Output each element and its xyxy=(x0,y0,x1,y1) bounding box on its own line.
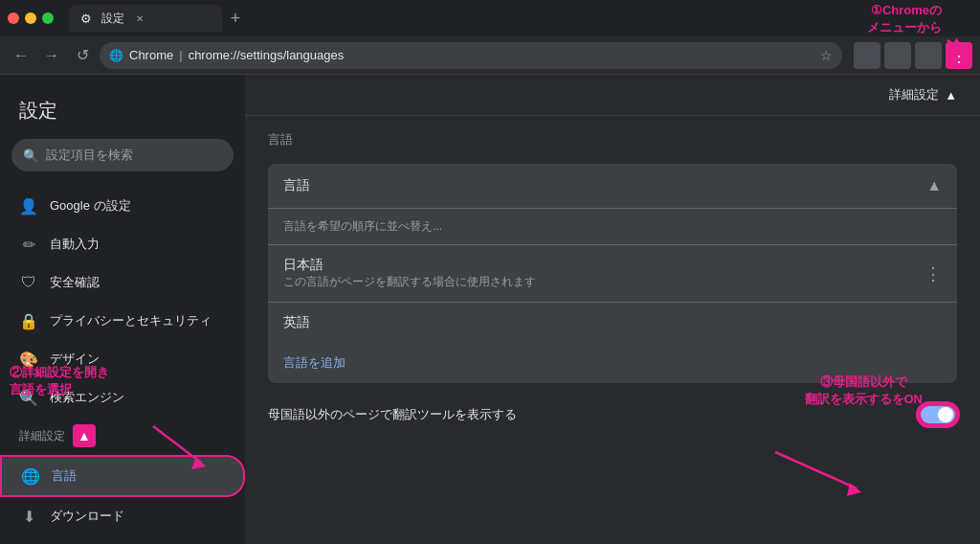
lock-icon: 🔒 xyxy=(19,311,38,330)
search-icon: 🔍 xyxy=(19,388,38,407)
language-name-ja: 日本語 xyxy=(283,257,536,274)
advanced-section-label: 詳細設定 xyxy=(19,428,65,444)
language-item-japanese: 日本語 この言語がページを翻訳する場合に使用されます ⋮ xyxy=(268,244,957,302)
sidebar-item-design[interactable]: 🎨 デザイン xyxy=(0,340,245,378)
globe-icon: 🌐 xyxy=(21,466,40,486)
add-language-label: 言語を追加 xyxy=(283,354,345,372)
advanced-section-toggle[interactable]: 詳細設定 ▲ xyxy=(245,75,980,116)
download-icon: ⬇ xyxy=(19,507,38,526)
bookmark-icon[interactable]: ☆ xyxy=(820,48,833,63)
settings-search-bar[interactable]: 🔍 設定項目を検索 xyxy=(11,139,234,171)
sidebar-item-autofill[interactable]: ✏ 自動入力 xyxy=(0,225,245,263)
tab-title: 設定 xyxy=(101,11,124,27)
add-language-button[interactable]: 言語を追加 xyxy=(268,343,957,383)
toolbar-icons xyxy=(854,42,942,69)
sidebar-item-privacy[interactable]: 🔒 プライバシーとセキュリティ xyxy=(0,302,245,340)
minimize-button[interactable] xyxy=(25,12,36,24)
extension-icon-3[interactable] xyxy=(915,42,942,69)
language-item-info-ja: 日本語 この言語がページを翻訳する場合に使用されます xyxy=(283,257,536,290)
sidebar-item-label: Google の設定 xyxy=(50,197,131,215)
language-card-title: 言語 xyxy=(283,177,310,194)
language-menu-button-ja[interactable]: ⋮ xyxy=(924,263,942,284)
tab-bar: ⚙ 設定 ✕ + xyxy=(61,5,972,32)
person-icon: 👤 xyxy=(19,196,38,215)
address-bar[interactable]: 🌐 Chrome | chrome://settings/languages ☆ xyxy=(100,42,842,69)
back-button[interactable]: ← xyxy=(8,42,34,69)
translation-label: 母国語以外のページで翻訳ツールを表示する xyxy=(268,406,517,423)
sidebar-item-label: ダウンロード xyxy=(50,508,124,525)
search-icon: 🔍 xyxy=(23,148,38,163)
sidebar-item-downloads[interactable]: ⬇ ダウンロード xyxy=(0,497,245,535)
language-card: 言語 ▲ 言語を希望の順序に並べ替え... 日本語 この言語がページを翻訳する場… xyxy=(268,164,957,383)
maximize-button[interactable] xyxy=(42,12,54,24)
sidebar-item-label: 検索エンジン xyxy=(50,389,124,406)
language-item-english: 英語 xyxy=(268,302,957,343)
language-card-header: 言語 ▲ xyxy=(268,164,957,209)
advanced-section-header[interactable]: 詳細設定 ▲ xyxy=(0,417,245,455)
sidebar-item-label: 安全確認 xyxy=(50,274,100,291)
chevron-up-icon[interactable]: ▲ xyxy=(926,177,942,194)
extension-icon-1[interactable] xyxy=(854,42,880,69)
sidebar-item-label: 言語 xyxy=(52,467,77,485)
active-tab[interactable]: ⚙ 設定 ✕ xyxy=(69,5,222,32)
search-placeholder: 設定項目を検索 xyxy=(46,147,133,164)
language-subtitle: 言語を希望の順序に並べ替え... xyxy=(268,209,957,244)
tab-favicon: ⚙ xyxy=(80,11,94,25)
translation-toggle-row: 母国語以外のページで翻訳ツールを表示する xyxy=(245,391,980,439)
language-name-en: 英語 xyxy=(283,314,310,331)
shield-icon: 🛡 xyxy=(19,273,38,292)
sidebar-item-label: プライバシーとセキュリティ xyxy=(50,312,212,329)
advanced-toggle-button[interactable]: 詳細設定 ▲ xyxy=(889,86,957,103)
address-site: Chrome xyxy=(129,48,173,62)
sidebar-title: 設定 xyxy=(0,90,245,139)
close-button[interactable] xyxy=(8,12,19,24)
sidebar-item-label: デザイン xyxy=(50,351,100,368)
language-section-title: 言語 xyxy=(245,116,980,156)
language-desc-ja: この言語がページを翻訳する場合に使用されます xyxy=(283,274,536,290)
navigation-bar: ← → ↺ 🌐 Chrome | chrome://settings/langu… xyxy=(0,36,980,75)
address-separator: | xyxy=(179,48,182,62)
chevron-up-icon: ▲ xyxy=(945,88,957,102)
expand-advanced-button[interactable]: ▲ xyxy=(73,424,96,447)
traffic-lights xyxy=(8,12,54,24)
content-area: 詳細設定 ▲ 言語 言語 ▲ 言語を希望の順序に並べ替え... 日本語 この言語… xyxy=(245,75,980,544)
translation-toggle[interactable] xyxy=(919,404,957,425)
sidebar: 設定 🔍 設定項目を検索 👤 Google の設定 ✏ 自動入力 🛡 安全確認 … xyxy=(0,75,245,544)
toggle-knob xyxy=(938,407,953,422)
language-item-info-en: 英語 xyxy=(283,314,310,331)
browser-frame: ⚙ 設定 ✕ + ← → ↺ 🌐 Chrome | chrome://setti… xyxy=(0,0,980,544)
forward-button[interactable]: → xyxy=(38,42,65,69)
sidebar-item-google[interactable]: 👤 Google の設定 xyxy=(0,187,245,225)
sidebar-item-label: 自動入力 xyxy=(50,236,100,253)
advanced-label: 詳細設定 xyxy=(889,86,939,103)
refresh-button[interactable]: ↺ xyxy=(69,42,96,69)
autofill-icon: ✏ xyxy=(19,235,38,254)
extension-icon-2[interactable] xyxy=(884,42,911,69)
title-bar: ⚙ 設定 ✕ + xyxy=(0,0,980,36)
new-tab-button[interactable]: + xyxy=(222,5,249,32)
sidebar-item-safety[interactable]: 🛡 安全確認 xyxy=(0,263,245,302)
tab-close-button[interactable]: ✕ xyxy=(132,11,147,26)
address-url: chrome://settings/languages xyxy=(189,48,345,62)
sidebar-item-language[interactable]: 🌐 言語 xyxy=(0,455,245,497)
chrome-menu-button[interactable]: ⋮ xyxy=(946,42,972,69)
main-content: 設定 🔍 設定項目を検索 👤 Google の設定 ✏ 自動入力 🛡 安全確認 … xyxy=(0,75,980,544)
security-icon: 🌐 xyxy=(109,49,123,62)
sidebar-item-search[interactable]: 🔍 検索エンジン xyxy=(0,378,245,417)
palette-icon: 🎨 xyxy=(19,350,38,369)
